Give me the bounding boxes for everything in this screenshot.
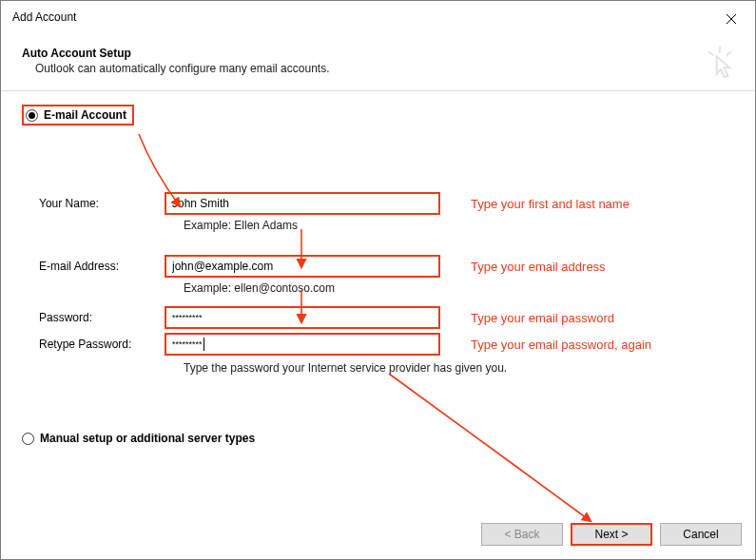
window-title: Add Account [12,9,76,24]
email-account-radio-highlight: E-mail Account [22,105,134,126]
annotation-retype: Type your email password, again [452,338,746,352]
svg-line-4 [727,51,731,55]
page-title: Auto Account Setup [22,47,755,60]
email-account-radio[interactable]: E-mail Account [26,108,126,122]
email-example: Example: ellen@contoso.com [165,278,440,295]
your-name-label: Your Name: [39,197,153,210]
email-account-radio-label: E-mail Account [44,108,126,122]
cancel-button-label: Cancel [683,528,718,541]
page-subtitle: Outlook can automatically configure many… [22,62,755,75]
next-button-label: Next > [594,528,628,541]
svg-line-3 [708,51,713,55]
back-button: < Back [481,523,563,546]
cancel-button[interactable]: Cancel [660,523,742,546]
back-button-label: < Back [504,528,539,541]
manual-setup-radio-label: Manual setup or additional server types [40,432,255,445]
radio-unchecked-icon [22,433,34,445]
your-name-example: Example: Ellen Adams [165,215,440,232]
your-name-input[interactable] [165,192,440,215]
retype-password-label: Retype Password: [39,338,153,351]
close-icon [726,13,737,25]
password-input[interactable]: ********* [165,306,440,329]
next-button[interactable]: Next > [571,523,652,546]
retype-password-input[interactable]: ********* [165,333,440,356]
email-label: E-mail Address: [39,260,153,273]
password-label: Password: [39,311,153,324]
provider-hint: Type the password your Internet service … [165,356,746,375]
password-value: ********* [172,308,203,327]
close-button[interactable] [717,9,746,29]
radio-checked-icon [26,109,38,122]
text-caret [204,338,204,351]
wizard-cursor-icon [704,45,736,81]
email-input[interactable] [165,255,440,278]
annotation-name: Type your first and last name [452,197,746,211]
annotation-email: Type your email address [452,260,746,274]
annotation-password: Type your email password [452,311,746,325]
manual-setup-radio[interactable]: Manual setup or additional server types [22,432,255,445]
retype-password-value: ********* [172,335,203,354]
